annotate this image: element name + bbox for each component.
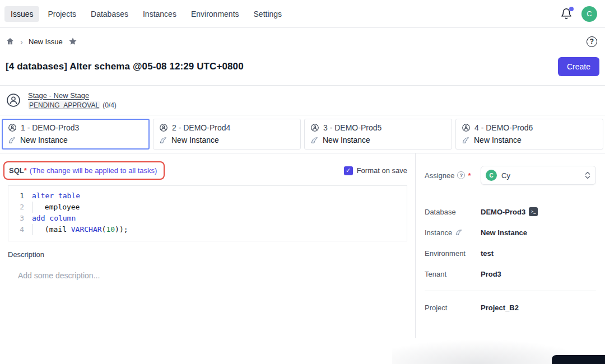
- instance-value: New Instance: [481, 228, 527, 237]
- project-label: Project: [425, 304, 447, 312]
- assignee-label: Assignee: [425, 171, 454, 180]
- sql-editor-terminal-icon[interactable]: >_: [529, 207, 538, 216]
- assignee-select[interactable]: C Cy: [481, 166, 596, 185]
- task-instance: New Instance: [323, 136, 370, 144]
- notification-bell-icon[interactable]: [560, 8, 573, 20]
- task-card-4[interactable]: 4 - DEMO-Prod6 New Instance: [455, 119, 603, 150]
- description-input[interactable]: Add some description...: [18, 271, 407, 280]
- nav-item-settings[interactable]: Settings: [248, 6, 288, 22]
- task-instance: New Instance: [20, 136, 68, 144]
- sql-panel: SQL* (The change will be applied to all …: [0, 153, 416, 338]
- engine-icon: [310, 136, 319, 144]
- format-on-save-checkbox[interactable]: ✓: [344, 166, 353, 175]
- task-instance: New Instance: [474, 136, 522, 144]
- indent-guide: [32, 224, 40, 235]
- sql-label: SQL: [9, 166, 24, 175]
- engine-icon: [159, 136, 167, 144]
- person-circle-icon: [462, 123, 471, 132]
- breadcrumb-page-label: New Issue: [29, 38, 63, 46]
- code-line: 1 alter table: [8, 190, 407, 202]
- sidebar-divider: [425, 291, 596, 291]
- task-title: 4 - DEMO-Prod6: [474, 123, 533, 132]
- task-card-2[interactable]: 2 - DEMO-Prod4 New Instance: [153, 119, 301, 150]
- page-header: [4 databases] Alter schema @05-08 12:29 …: [0, 52, 605, 85]
- stage-section: Stage - New Stage PENDING_APPROVAL (0/4): [0, 86, 605, 115]
- sql-token: (mail: [40, 225, 71, 234]
- breadcrumb: › New Issue ?: [0, 31, 605, 52]
- code-line: 3 add column: [8, 213, 407, 224]
- stage-progress: (0/4): [103, 101, 117, 109]
- user-avatar[interactable]: C: [581, 6, 597, 22]
- engine-icon: [455, 228, 463, 236]
- line-number: 3: [8, 213, 32, 224]
- page-title: [4 databases] Alter schema @05-08 12:29 …: [6, 61, 244, 72]
- assignee-name: Cy: [501, 171, 580, 180]
- line-number: 1: [8, 190, 32, 202]
- database-label: Database: [425, 208, 456, 216]
- task-instance: New Instance: [171, 136, 219, 144]
- line-number: 4: [8, 224, 32, 235]
- issue-sidebar: Assignee ? * C Cy Database: [416, 153, 605, 338]
- person-circle-icon: [310, 123, 319, 132]
- person-circle-icon: [8, 123, 17, 132]
- breadcrumb-separator: ›: [20, 38, 23, 46]
- star-icon[interactable]: [68, 37, 77, 46]
- engine-icon: [8, 136, 16, 144]
- create-button[interactable]: Create: [558, 57, 599, 76]
- nav-item-environments[interactable]: Environments: [185, 6, 245, 22]
- select-chevrons-icon: [584, 171, 591, 180]
- assignee-avatar: C: [486, 170, 497, 181]
- stage-status-badge[interactable]: PENDING_APPROVAL: [28, 101, 100, 109]
- home-icon[interactable]: [6, 37, 15, 46]
- sql-token: VARCHAR: [71, 225, 102, 234]
- nav-item-databases[interactable]: Databases: [85, 6, 134, 22]
- notification-dot: [569, 7, 574, 11]
- sql-token: add column: [32, 214, 76, 222]
- tenant-label: Tenant: [425, 270, 446, 278]
- nav-item-issues[interactable]: Issues: [4, 6, 39, 22]
- person-circle-icon: [159, 123, 168, 132]
- tenant-value: Prod3: [481, 270, 501, 278]
- sql-required-mark: *: [24, 166, 27, 175]
- task-title: 2 - DEMO-Prod4: [172, 123, 230, 132]
- description-label: Description: [8, 250, 407, 259]
- main-nav: Issues Projects Databases Instances Envi…: [4, 6, 288, 22]
- format-on-save-label: Format on save: [357, 166, 407, 175]
- sql-token: ));: [115, 225, 128, 234]
- task-title: 1 - DEMO-Prod3: [21, 123, 79, 132]
- app-window: Issues Projects Databases Instances Envi…: [0, 0, 605, 364]
- task-title: 3 - DEMO-Prod5: [323, 123, 381, 132]
- sql-label-highlight-box: SQL* (The change will be applied to all …: [3, 161, 165, 180]
- sql-editor[interactable]: 1 alter table 2 employee 3 add column 4 …: [8, 185, 407, 241]
- sql-token: alter table: [32, 192, 80, 200]
- stage-approver-icon: [6, 92, 21, 108]
- sql-token: employee: [40, 203, 80, 211]
- task-tabs: 1 - DEMO-Prod3 New Instance 2 - DEMO-Pro…: [0, 115, 605, 153]
- task-card-3[interactable]: 3 - DEMO-Prod5 New Instance: [304, 119, 452, 150]
- indent-guide: [32, 202, 40, 213]
- environment-value: test: [481, 249, 494, 258]
- stage-name-link[interactable]: Stage - New Stage: [28, 91, 117, 100]
- database-value: DEMO-Prod3: [481, 208, 525, 216]
- instance-label: Instance: [425, 228, 452, 237]
- code-line: 4 (mail VARCHAR(10));: [8, 224, 407, 235]
- nav-item-projects[interactable]: Projects: [41, 6, 82, 22]
- code-line: 2 employee: [8, 202, 407, 213]
- project-value: Project_B2: [481, 304, 519, 312]
- bottom-right-overlay: [552, 355, 605, 364]
- help-icon[interactable]: ?: [587, 36, 597, 47]
- task-card-1[interactable]: 1 - DEMO-Prod3 New Instance: [2, 119, 150, 150]
- sql-note: (The change will be applied to all tasks…: [30, 166, 157, 175]
- engine-icon: [462, 136, 470, 144]
- assignee-help-icon[interactable]: ?: [457, 171, 465, 179]
- sql-token: 10: [106, 225, 115, 234]
- top-navigation: Issues Projects Databases Instances Envi…: [0, 0, 605, 28]
- assignee-required-mark: *: [468, 171, 471, 180]
- environment-label: Environment: [425, 249, 466, 258]
- nav-item-instances[interactable]: Instances: [137, 6, 183, 22]
- line-number: 2: [8, 202, 32, 213]
